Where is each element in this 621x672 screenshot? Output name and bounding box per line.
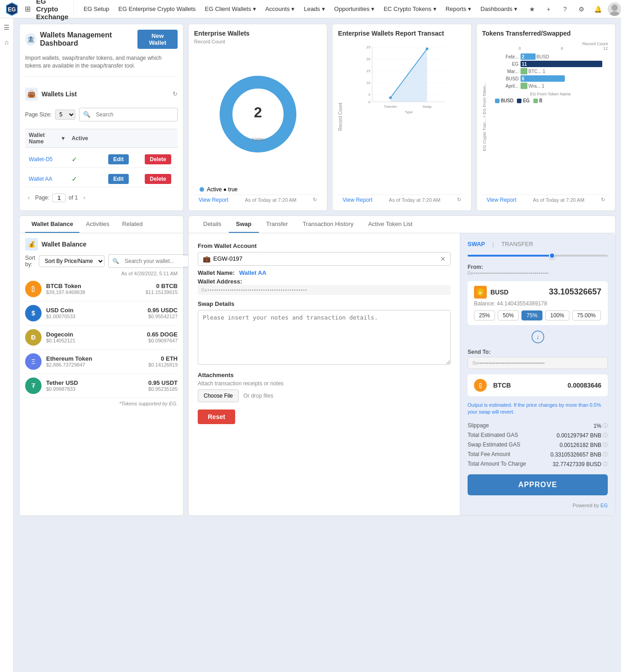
favorites-icon[interactable]: ★ <box>526 3 538 16</box>
wallet-search-input[interactable] <box>121 256 197 266</box>
total-fee-info-icon[interactable]: ⓘ <box>603 451 608 458</box>
wallets-search-container: 🔍 <box>79 108 178 121</box>
btcb-price: $39,197.6468838 <box>46 289 141 295</box>
prev-page-btn[interactable]: ‹ <box>25 194 32 202</box>
app-grid-icon[interactable]: ⊞ <box>23 3 32 15</box>
refresh-wallets-icon[interactable]: ↻ <box>173 90 178 97</box>
sidebar-home-icon[interactable]: ⌂ <box>1 37 12 47</box>
user-avatar[interactable] <box>608 2 621 16</box>
ent-wallets-view-report[interactable]: View Report <box>199 197 228 203</box>
next-page-btn[interactable]: › <box>80 194 88 202</box>
help-icon[interactable]: ? <box>558 3 571 16</box>
reset-button[interactable]: Reset <box>198 410 235 424</box>
send-to-section: Send To: 0x•••••••••••••••••••••••••••••… <box>468 349 608 369</box>
wallet-d5-edit-btn[interactable]: Edit <box>108 154 129 164</box>
swap-details-textarea[interactable] <box>198 310 451 365</box>
tab-related[interactable]: Related <box>116 216 149 233</box>
tab-swap[interactable]: Swap <box>229 216 259 233</box>
total-charge-info-icon[interactable]: ⓘ <box>603 461 608 467</box>
swap-gas-info-icon[interactable]: ⓘ <box>603 441 608 448</box>
pct-25-btn[interactable]: 25% <box>474 310 495 320</box>
tab-details[interactable]: Details <box>196 216 229 233</box>
balance-title: Wallet Balance <box>42 241 86 248</box>
pct-100-btn[interactable]: 100% <box>545 310 569 320</box>
ent-wallets-refresh[interactable]: ↻ <box>313 197 317 203</box>
app-name: EG Crypto Exchange <box>36 0 74 21</box>
token-footnote: *Tokens supported by EG. <box>20 398 183 409</box>
col-active[interactable]: Active <box>68 129 105 147</box>
transact-view-report[interactable]: View Report <box>342 197 372 203</box>
sw-swap-tab[interactable]: SWAP <box>468 241 485 247</box>
transact-refresh[interactable]: ↻ <box>457 197 461 203</box>
wallet-balance-panel: Wallet Balance Activities Related 💰 Wall… <box>19 215 184 516</box>
tokens-trans-refresh[interactable]: ↻ <box>601 197 605 203</box>
total-gas-info-icon[interactable]: ⓘ <box>603 432 608 439</box>
swap-widget: SWAP | TRANSFER From: <box>460 233 615 516</box>
pct-custom-btn[interactable]: 75.00% <box>572 310 601 320</box>
notifications-icon[interactable]: 🔔 <box>591 3 604 16</box>
swap-direction-icon[interactable]: ↓ <box>468 331 608 343</box>
tokens-trans-view-report[interactable]: View Report <box>487 197 516 203</box>
page-number-input[interactable] <box>52 194 66 202</box>
bar-token-5: Wra... 1 <box>528 84 544 89</box>
tab-wallet-balance[interactable]: Wallet Balance <box>25 216 79 233</box>
pct-50-btn[interactable]: 50% <box>498 310 519 320</box>
usdt-name: Tether USD <box>46 379 144 386</box>
nav-opportunities[interactable]: Opportunities ▾ <box>330 0 379 18</box>
tab-transaction-history[interactable]: Transaction History <box>295 216 361 233</box>
from-wallet-clear-btn[interactable]: ✕ <box>440 255 446 262</box>
legend-active-label: Active ● true <box>207 186 237 193</box>
tokens-trans-footer: View Report As of Today at 7:20 AM ↻ <box>482 194 610 205</box>
receive-box: ₿ BTCB 0.00083646 <box>468 374 608 396</box>
page-size-select[interactable]: 51025 <box>55 110 75 120</box>
fee-total-gas: Total Estimated GAS 0.001297947 BNB ⓘ <box>468 430 608 440</box>
sidebar-menu-icon[interactable]: ☰ <box>1 22 12 33</box>
svg-text:20: 20 <box>367 57 371 61</box>
wallet-aa-delete-btn[interactable]: Delete <box>145 174 171 184</box>
powered-eg[interactable]: EG <box>600 503 608 508</box>
enterprise-transact-chart: Enterprise Wallets Report Transact Recor… <box>332 24 471 211</box>
sw-transfer-tab[interactable]: TRANSFER <box>501 241 533 247</box>
nav-ec-crypto-tokens[interactable]: EC Crypto Tokens ▾ <box>379 0 441 18</box>
tab-transfer[interactable]: Transfer <box>259 216 295 233</box>
nav-reports[interactable]: Reports ▾ <box>441 0 476 18</box>
usdc-info: USD Coin $1.00070533 <box>46 307 143 319</box>
donut-chart-svg: 2 100% <box>217 73 299 155</box>
wallet-aa-edit-btn[interactable]: Edit <box>108 174 129 184</box>
slippage-info-icon[interactable]: ⓘ <box>603 422 608 429</box>
approve-button[interactable]: APPROVE <box>468 474 608 495</box>
choose-file-btn[interactable]: Choose File <box>198 389 239 402</box>
sort-select[interactable]: Sort By Price/Name <box>39 255 105 267</box>
svg-text:↓: ↓ <box>536 333 539 341</box>
tab-activities[interactable]: Activities <box>79 216 116 233</box>
usdt-icon: ₮ <box>25 378 42 394</box>
add-icon[interactable]: + <box>542 3 555 16</box>
wallet-d5-link[interactable]: Wallet-D5 <box>29 156 53 163</box>
ent-wallets-footer: View Report As of Today at 7:20 AM ↻ <box>194 194 321 205</box>
main-layout: ☰ ⌂ 🏦 Wallets Management Dashboard New W… <box>0 18 621 672</box>
attachments-label: Attachments <box>198 372 451 378</box>
wallets-search-input[interactable] <box>92 110 174 120</box>
btcb-info: BTCB Token $39,197.6468838 <box>46 283 141 295</box>
tokens-x-label: EG From Token Name <box>491 90 610 96</box>
nav-eg-setup[interactable]: EG Setup <box>79 0 114 18</box>
wallet-d5-delete-cell: Delete <box>141 152 178 167</box>
pct-75-btn[interactable]: 75% <box>521 310 542 320</box>
nav-eg-client[interactable]: EG Client Wallets ▾ <box>200 0 261 18</box>
nav-leads[interactable]: Leads ▾ <box>299 0 329 18</box>
wallet-aa-link[interactable]: Wallet AA <box>29 176 53 182</box>
swap-slider-thumb[interactable] <box>549 252 555 259</box>
nav-dashboards[interactable]: Dashboards ▾ <box>476 0 522 18</box>
sort-label: Sort by: <box>25 255 35 268</box>
nav-eg-enterprise[interactable]: EG Enterprise Crypto Wallets <box>114 0 200 18</box>
col-wallet-name[interactable]: Wallet Name ▾ <box>25 129 68 147</box>
bar-row-1: Febr... 2 BUSD <box>491 53 610 60</box>
wallet-d5-delete-btn[interactable]: Delete <box>145 154 171 164</box>
tab-active-token-list[interactable]: Active Token List <box>361 216 420 233</box>
new-wallet-button[interactable]: New Wallet <box>137 30 178 49</box>
tokens-record-label: Record Count <box>491 42 610 46</box>
from-wallet-input[interactable] <box>213 255 437 262</box>
settings-icon[interactable]: ⚙ <box>575 3 588 16</box>
nav-accounts[interactable]: Accounts ▾ <box>261 0 299 18</box>
svg-point-24 <box>426 47 428 50</box>
